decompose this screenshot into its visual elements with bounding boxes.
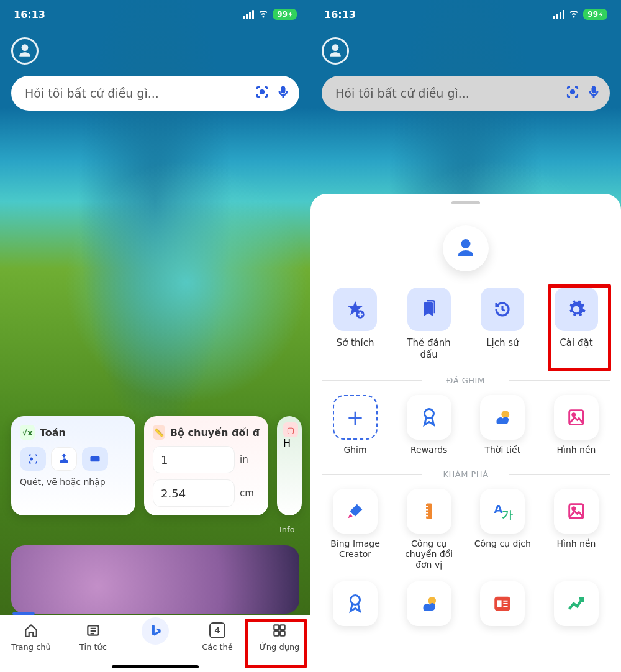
cloud-sun-icon [407, 581, 451, 626]
svg-rect-21 [497, 600, 502, 607]
feed-banner[interactable] [11, 545, 299, 614]
wifi-icon [258, 7, 269, 21]
explore-more-4[interactable] [545, 581, 607, 626]
bing-icon [142, 617, 169, 645]
svg-point-7 [571, 90, 574, 94]
explore-more-1[interactable] [324, 581, 386, 626]
section-explore: KHÁM PHÁ [322, 470, 610, 479]
wifi-icon [568, 7, 579, 21]
profile-button[interactable] [11, 37, 39, 65]
home-icon [22, 621, 40, 640]
explore-more-3[interactable] [471, 581, 533, 626]
peek-card[interactable]: ▢H [277, 416, 302, 515]
quick-bookmarks[interactable]: Thẻ đánh dấu [398, 288, 460, 361]
wallpaper-icon [554, 489, 599, 534]
converter-card[interactable]: 📏Bộ chuyển đổi đ 1in 2.54cm [144, 416, 268, 515]
peek-icon: ▢ [283, 422, 298, 437]
quick-history[interactable]: Lịch sử [471, 288, 533, 361]
search-placeholder: Hỏi tôi bất cứ điều gì... [335, 86, 559, 100]
info-label[interactable]: Info [279, 525, 310, 534]
explore-image-creator[interactable]: Bing Image Creator [324, 489, 386, 570]
explore-grid-2 [324, 581, 607, 626]
math-icon: √x [20, 425, 35, 440]
unit-1: in [240, 454, 260, 465]
highlight-apps-tab [245, 619, 307, 668]
explore-more-2[interactable] [398, 581, 460, 626]
keyboard-icon[interactable] [82, 447, 108, 471]
tab-bing[interactable] [127, 621, 183, 645]
mic-icon [586, 84, 601, 102]
search-bar[interactable]: Hỏi tôi bất cứ điều gì... [11, 76, 299, 111]
explore-grid-1: Bing Image Creator Công cụ chuyển đổi đơ… [324, 489, 607, 570]
math-hint: Quét, vẽ hoặc nhập [20, 477, 127, 487]
quick-interests[interactable]: Sở thích [324, 288, 386, 361]
visual-search-icon [565, 84, 580, 102]
chart-up-icon [554, 581, 599, 626]
converter-input-2[interactable]: 2.54 [153, 479, 235, 507]
plus-icon: + [333, 395, 378, 440]
section-pinned: ĐÃ GHIM [322, 376, 610, 385]
svg-point-9 [424, 409, 433, 418]
weather-icon [480, 395, 525, 440]
svg-rect-20 [495, 596, 511, 611]
svg-rect-1 [91, 456, 100, 461]
pinned-wallpaper[interactable]: Hình nền [545, 395, 607, 455]
status-time: 16:13 [324, 9, 356, 20]
news-icon [84, 621, 102, 640]
widgets-row: √xToán Quét, vẽ hoặc nhập 📏Bộ chuyển đổi… [11, 416, 310, 515]
bookmark-icon [407, 288, 451, 331]
ruler-icon [407, 489, 451, 534]
sheet-avatar[interactable] [443, 225, 489, 271]
medal-icon [333, 581, 378, 626]
apps-sheet: Sở thích Thẻ đánh dấu Lịch sử Cài đặt ĐÃ… [310, 194, 621, 672]
tab-home[interactable]: Trang chủ [3, 621, 59, 652]
status-bar: 16:13 99 [0, 0, 310, 29]
profile-button[interactable] [322, 37, 349, 65]
wallpaper-icon [554, 395, 599, 440]
search-placeholder: Hỏi tôi bất cứ điều gì... [25, 86, 248, 100]
tabs-count-badge: 4 [209, 622, 225, 638]
explore-wallpaper[interactable]: Hình nền [545, 489, 607, 570]
history-icon [481, 288, 524, 331]
svg-rect-13 [426, 504, 432, 519]
translate-icon: A가 [480, 489, 525, 534]
scan-icon[interactable] [20, 447, 46, 471]
tab-news[interactable]: Tin tức [65, 621, 121, 652]
svg-text:가: 가 [502, 508, 513, 521]
search-bar-disabled: Hỏi tôi bất cứ điều gì... [322, 76, 610, 111]
signal-icon [243, 10, 254, 19]
explore-unit-converter[interactable]: Công cụ chuyển đổi đơn vị [398, 489, 460, 570]
unit-2: cm [240, 488, 260, 499]
screen-apps-sheet: 16:13 99 Hỏi tôi bất cứ điều gì... Sở th… [310, 0, 621, 672]
converter-input-1[interactable]: 1 [153, 446, 235, 473]
home-indicator [112, 665, 199, 668]
svg-point-0 [260, 90, 264, 94]
signal-icon [553, 10, 564, 19]
battery-badge: 99 [583, 9, 607, 20]
draw-icon[interactable] [51, 447, 77, 471]
explore-translator[interactable]: A가Công cụ dịch [471, 489, 533, 570]
sheet-drag-handle[interactable] [451, 201, 480, 204]
star-add-icon [333, 288, 377, 331]
news-tile-icon [480, 581, 525, 626]
pinned-weather[interactable]: Thời tiết [471, 395, 533, 455]
status-time: 16:13 [14, 9, 45, 20]
pinned-add[interactable]: +Ghim [324, 395, 386, 455]
math-title: Toán [40, 427, 66, 438]
visual-search-icon[interactable] [255, 84, 270, 102]
mic-icon[interactable] [276, 84, 291, 102]
status-bar: 16:13 99 [310, 0, 621, 29]
converter-icon: 📏 [153, 425, 165, 440]
brush-icon [333, 489, 378, 534]
svg-point-12 [573, 413, 575, 415]
battery-badge: 99 [273, 9, 297, 20]
medal-icon [407, 395, 451, 440]
pinned-rewards[interactable]: Rewards [398, 395, 460, 455]
svg-point-18 [351, 595, 360, 604]
svg-point-17 [573, 507, 575, 510]
converter-title: Bộ chuyển đổi đ [170, 427, 260, 438]
highlight-settings [548, 284, 611, 371]
screen-home: 16:13 99 Hỏi tôi bất cứ điều gì... √xToá… [0, 0, 310, 672]
tab-tabs[interactable]: 4 Các thẻ [189, 621, 245, 652]
math-card[interactable]: √xToán Quét, vẽ hoặc nhập [11, 416, 135, 515]
